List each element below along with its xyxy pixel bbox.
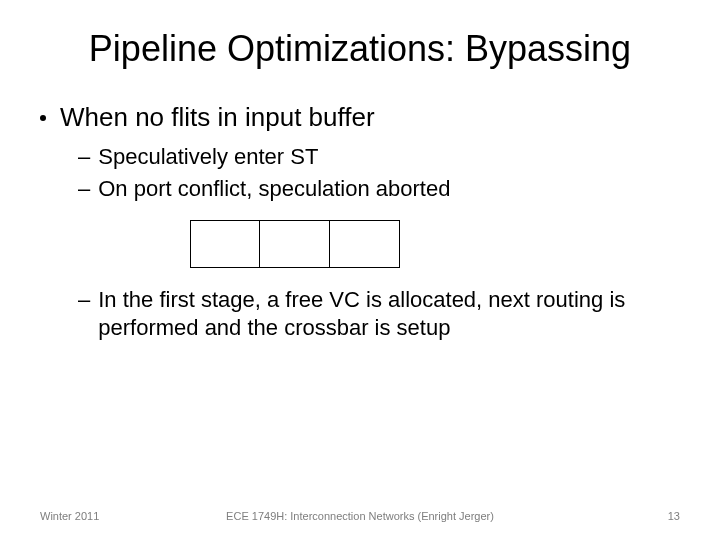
dash-icon: –: [78, 143, 90, 171]
footer: Winter 2011 ECE 1749H: Interconnection N…: [0, 510, 720, 522]
bullet-level-2: – On port conflict, speculation aborted: [78, 175, 680, 203]
pipeline-cell: [190, 220, 260, 268]
bullet-l1-text: When no flits in input buffer: [60, 102, 375, 133]
footer-left: Winter 2011: [40, 510, 99, 522]
dash-icon: –: [78, 175, 90, 203]
slide-title: Pipeline Optimizations: Bypassing: [40, 28, 680, 70]
pipeline-cell: [330, 220, 400, 268]
footer-center: ECE 1749H: Interconnection Networks (Enr…: [226, 510, 494, 522]
pipeline-diagram: [190, 220, 680, 268]
pipeline-cell: [260, 220, 330, 268]
bullet-level-2: – In the first stage, a free VC is alloc…: [78, 286, 680, 341]
slide-number: 13: [668, 510, 680, 522]
dash-icon: –: [78, 286, 90, 314]
bullet-l2b-text: On port conflict, speculation aborted: [98, 175, 450, 203]
bullet-l2c-text: In the first stage, a free VC is allocat…: [98, 286, 680, 341]
slide: Pipeline Optimizations: Bypassing When n…: [0, 0, 720, 540]
bullet-level-1: When no flits in input buffer: [40, 102, 680, 133]
bullet-l2a-text: Speculatively enter ST: [98, 143, 318, 171]
bullet-level-2: – Speculatively enter ST: [78, 143, 680, 171]
bullet-dot-icon: [40, 115, 46, 121]
